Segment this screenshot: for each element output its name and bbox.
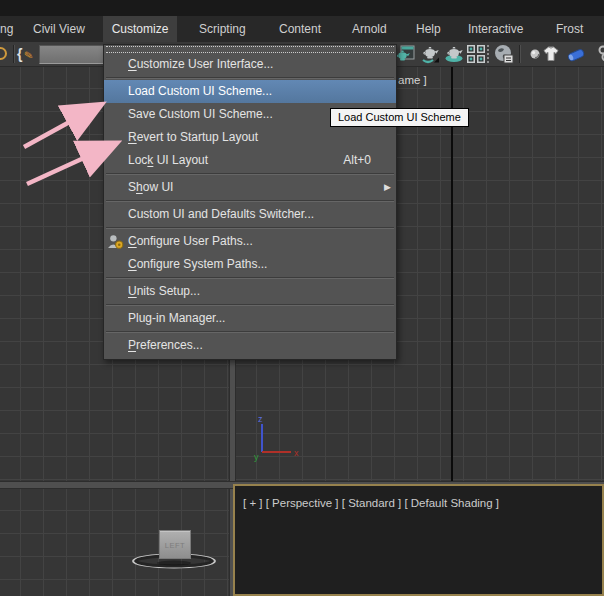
submenu-arrow-icon: ▶ [384, 176, 391, 199]
maxscript-icon[interactable]: {✎ [17, 44, 37, 64]
grid-origin-line [451, 67, 453, 481]
menu-tearoff-handle[interactable] [106, 46, 394, 53]
render-production-icon[interactable] [444, 44, 464, 64]
viewcube-left-face[interactable]: LEFT [159, 530, 191, 559]
material-editor-shirt-icon[interactable] [541, 44, 561, 64]
customize-dropdown-menu: Customize User Interface...Load Custom U… [103, 44, 397, 360]
axis-z-label: z [258, 414, 263, 424]
menubar-item-rendering-partial[interactable]: ng [0, 16, 13, 42]
menubar-item-customize[interactable]: Customize [103, 16, 177, 42]
menu-separator [106, 173, 394, 175]
menu-separator [106, 227, 394, 229]
menu-separator [106, 277, 394, 279]
menubar-item-civil-view[interactable]: Civil View [33, 16, 85, 42]
axis-x-label: x [294, 448, 299, 458]
menu-bar: ngCivil ViewCustomizeScriptingContentArn… [0, 16, 604, 42]
menubar-item-scripting[interactable]: Scripting [199, 16, 253, 42]
viewcube-label: LEFT [160, 531, 190, 560]
title-bar [0, 0, 604, 16]
pencil-icon: ✎ [22, 44, 35, 65]
user-paths-icon [107, 233, 124, 250]
menu-item-configure-user-paths[interactable]: Configure User Paths... [104, 230, 396, 253]
menu-item-lock-ui-layout[interactable]: Lock UI LayoutAlt+0 [104, 149, 396, 172]
viewport-left-view[interactable] [0, 489, 229, 596]
menu-item-plug-in-manager[interactable]: Plug-in Manager... [104, 307, 396, 330]
named-selection-field[interactable] [39, 45, 108, 64]
menu-separator [106, 304, 394, 306]
menu-separator [106, 331, 394, 333]
menu-item-custom-ui-and-defaults-switcher[interactable]: Custom UI and Defaults Switcher... [104, 203, 396, 226]
render-iterative-icon[interactable] [420, 44, 440, 64]
menu-item-customize-user-interface[interactable]: Customize User Interface... [104, 53, 396, 76]
3dsmax-window: ngCivil ViewCustomizeScriptingContentArn… [0, 0, 604, 596]
menu-shortcut: Alt+0 [343, 149, 371, 172]
menu-item-revert-to-startup-layout[interactable]: Revert to Startup Layout [104, 126, 396, 149]
menubar-item-interactive[interactable]: Interactive [468, 16, 523, 42]
menu-item-configure-system-paths[interactable]: Configure System Paths... [104, 253, 396, 276]
toolbar-separator [13, 45, 14, 63]
menu-item-show-ui[interactable]: Show UI▶ [104, 176, 396, 199]
render-frame-window-icon[interactable] [466, 44, 486, 64]
viewport-label-partial: ame ] [398, 74, 427, 86]
axis-y-label: y [254, 452, 259, 462]
menu-item-preferences[interactable]: Preferences... [104, 334, 396, 357]
world-axis-gizmo: z x y [245, 413, 305, 463]
menu-item-units-setup[interactable]: Units Setup... [104, 280, 396, 303]
render-setup-icon[interactable] [395, 44, 415, 64]
menu-separator [106, 200, 394, 202]
toolbar-dotted-separator [487, 45, 490, 63]
chain-partial-icon[interactable] [592, 44, 604, 64]
menubar-item-frost[interactable]: Frost [556, 16, 583, 42]
partial-toolbar-icon[interactable] [0, 47, 7, 60]
uvw-tube-icon[interactable] [566, 44, 586, 64]
tooltip: Load Custom UI Scheme [330, 108, 469, 127]
menu-separator [106, 77, 394, 79]
viewport-label[interactable]: [ + ] [ Perspective ] [ Standard ] [ Def… [243, 497, 499, 509]
menubar-item-help[interactable]: Help [416, 16, 441, 42]
environment-icon[interactable] [494, 44, 514, 64]
menubar-item-content[interactable]: Content [279, 16, 321, 42]
menubar-item-arnold[interactable]: Arnold [352, 16, 387, 42]
viewport-perspective-active[interactable]: [ + ] [ Perspective ] [ Standard ] [ Def… [233, 484, 604, 596]
menu-item-load-custom-ui-scheme[interactable]: Load Custom UI Scheme... [104, 80, 396, 103]
toolbar-separator [519, 45, 520, 63]
